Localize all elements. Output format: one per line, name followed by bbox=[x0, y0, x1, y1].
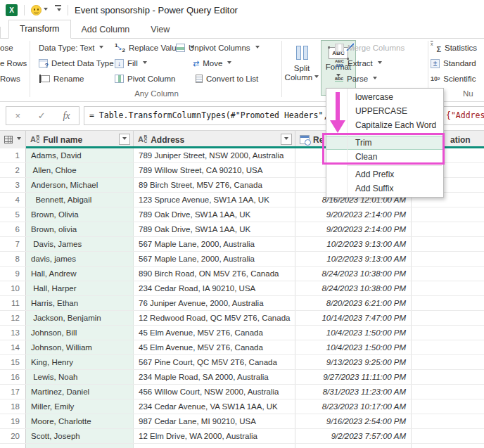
cell-registration-date[interactable]: 9/16/2023 2:54:00 PM bbox=[295, 414, 412, 428]
cell-address[interactable]: 789 Oak Drive, SW1A 1AA, UK bbox=[134, 207, 295, 222]
cell-full-name[interactable]: Martinez, Daniel bbox=[26, 385, 134, 399]
standard-button[interactable]: ± Standard bbox=[431, 58, 477, 69]
cell-full-name[interactable]: Harris, Ethan bbox=[26, 296, 134, 310]
tab-view[interactable]: View bbox=[140, 21, 180, 39]
row-number[interactable]: 7 bbox=[0, 237, 26, 251]
cell-address[interactable]: 789 Juniper Street, NSW 2000, Australia bbox=[134, 148, 295, 162]
cell-registration-date[interactable]: 9/2/2023 7:57:00 AM bbox=[295, 429, 412, 443]
menu-item-add-suffix[interactable]: Add Suffix bbox=[326, 181, 443, 196]
select-all-header[interactable] bbox=[0, 131, 26, 148]
feedback-smiley-button[interactable] bbox=[31, 5, 48, 15]
cell-extra[interactable] bbox=[412, 281, 484, 295]
data-type-button[interactable]: Data Type: Text bbox=[39, 42, 114, 53]
row-number[interactable]: 3 bbox=[0, 178, 26, 192]
cell-full-name[interactable]: Moore, Charlotte bbox=[26, 414, 134, 428]
cell-registration-date[interactable]: 10/14/2023 7:47:00 PM bbox=[295, 311, 412, 325]
cell-address[interactable]: 234 Cedar Road, IA 90210, USA bbox=[134, 281, 295, 295]
cell-extra[interactable] bbox=[412, 399, 484, 414]
cell-extra[interactable] bbox=[412, 237, 484, 251]
row-number[interactable] bbox=[0, 444, 26, 448]
cell-extra[interactable] bbox=[412, 222, 484, 236]
cell-registration-date[interactable]: 8/24/2023 10:38:00 PM bbox=[295, 281, 412, 295]
cell-address[interactable]: 789 Oak Drive, SW1A 1AA, UK bbox=[134, 222, 295, 236]
cell-full-name[interactable]: Johnson, William bbox=[26, 340, 134, 354]
row-number[interactable]: 20 bbox=[0, 429, 26, 443]
cell-address[interactable]: 45 Elm Avenue, M5V 2T6, Canada bbox=[134, 340, 295, 354]
cell-full-name[interactable]: Jackson, Benjamin bbox=[26, 311, 134, 325]
cell-full-name[interactable]: Adams, David bbox=[26, 148, 134, 162]
cell-extra[interactable] bbox=[412, 296, 484, 310]
detect-data-type-button[interactable]: ? Detect Data Type bbox=[39, 58, 114, 69]
merge-columns-button[interactable]: Merge Columns bbox=[335, 42, 405, 53]
cell-address[interactable]: 789 Willow Street, CA 90210, USA bbox=[134, 163, 295, 177]
cell-address[interactable]: 89 Birch Street, M5V 2T6, Canada bbox=[134, 178, 295, 192]
cell-extra[interactable] bbox=[412, 414, 484, 428]
cell-full-name[interactable]: Bennett, Abigail bbox=[26, 193, 134, 207]
reverse-rows-button-fragment[interactable]: e Rows bbox=[0, 58, 27, 69]
cell-registration-date[interactable] bbox=[295, 444, 412, 448]
cell-address[interactable] bbox=[134, 444, 295, 448]
cell-full-name[interactable]: Hall, Andrew bbox=[26, 267, 134, 281]
cell-full-name[interactable]: Brown, olivia bbox=[26, 222, 134, 236]
cell-full-name[interactable]: Davis, James bbox=[26, 237, 134, 251]
cell-extra[interactable] bbox=[412, 311, 484, 325]
row-number[interactable]: 9 bbox=[0, 267, 26, 281]
cell-address[interactable]: 567 Maple Lane, 2000, Australia bbox=[134, 252, 295, 266]
cell-address[interactable]: 234 Cedar Avenue, VA SW1A 1AA, UK bbox=[134, 399, 295, 414]
row-number[interactable]: 13 bbox=[0, 326, 26, 340]
row-number[interactable]: 10 bbox=[0, 281, 26, 295]
cell-registration-date[interactable]: 10/2/2023 9:13:00 AM bbox=[295, 237, 412, 251]
row-number[interactable]: 12 bbox=[0, 311, 26, 325]
cell-address[interactable]: 12 Redwood Road, QC M5V 2T6, Canada bbox=[134, 311, 295, 325]
row-number[interactable]: 1 bbox=[0, 148, 26, 162]
cell-extra[interactable] bbox=[412, 385, 484, 399]
cell-registration-date[interactable]: 8/24/2023 10:38:00 PM bbox=[295, 267, 412, 281]
excel-app-icon[interactable]: X bbox=[6, 4, 18, 16]
cell-extra[interactable] bbox=[412, 340, 484, 354]
cell-extra[interactable] bbox=[412, 252, 484, 266]
convert-to-list-button[interactable]: Convert to List bbox=[196, 73, 260, 84]
row-number[interactable]: 11 bbox=[0, 296, 26, 310]
cell-registration-date[interactable]: 9/20/2023 2:14:00 PM bbox=[295, 222, 412, 236]
cell-full-name[interactable]: Anderson, Michael bbox=[26, 178, 134, 192]
cell-extra[interactable] bbox=[412, 370, 484, 384]
cell-full-name[interactable]: davis, james bbox=[26, 252, 134, 266]
filter-button[interactable] bbox=[281, 134, 292, 145]
cell-registration-date[interactable]: 9/27/2023 11:11:00 PM bbox=[295, 370, 412, 384]
cell-full-name[interactable]: Miller, Emily bbox=[26, 399, 134, 414]
row-number[interactable]: 19 bbox=[0, 414, 26, 428]
tab-transform[interactable]: Transform bbox=[8, 20, 71, 39]
cell-registration-date[interactable]: 9/13/2023 9:25:00 PM bbox=[295, 355, 412, 369]
row-number[interactable]: 16 bbox=[0, 370, 26, 384]
cell-full-name[interactable]: Hall, Harper bbox=[26, 281, 134, 295]
cell-extra[interactable] bbox=[412, 326, 484, 340]
parse-button[interactable]: abc Parse bbox=[335, 73, 405, 84]
row-number[interactable]: 5 bbox=[0, 207, 26, 222]
row-number[interactable]: 17 bbox=[0, 385, 26, 399]
row-number[interactable]: 2 bbox=[0, 163, 26, 177]
cell-full-name[interactable]: Scott, Joseph bbox=[26, 429, 134, 443]
cell-extra[interactable] bbox=[412, 444, 484, 448]
row-number[interactable]: 8 bbox=[0, 252, 26, 266]
row-number[interactable]: 15 bbox=[0, 355, 26, 369]
row-number[interactable]: 6 bbox=[0, 222, 26, 236]
cell-extra[interactable] bbox=[412, 429, 484, 443]
menu-item-uppercase[interactable]: UPPERCASE bbox=[326, 104, 443, 118]
cell-registration-date[interactable]: 9/20/2023 2:14:00 PM bbox=[295, 207, 412, 222]
move-button[interactable]: ⇄ Move bbox=[193, 58, 260, 69]
cell-extra[interactable] bbox=[412, 207, 484, 222]
cell-extra[interactable] bbox=[412, 267, 484, 281]
cell-registration-date[interactable]: 10/2/2023 9:13:00 AM bbox=[295, 252, 412, 266]
cell-full-name[interactable]: Allen, Chloe bbox=[26, 163, 134, 177]
cell-address[interactable]: 890 Birch Road, ON M5V 2T6, Canada bbox=[134, 267, 295, 281]
cell-address[interactable]: 76 Juniper Avenue, 2000, Australia bbox=[134, 296, 295, 310]
cell-address[interactable]: 456 Willow Court, NSW 2000, Australia bbox=[134, 385, 295, 399]
cell-address[interactable]: 123 Spruce Avenue, SW1A 1AA, UK bbox=[134, 193, 295, 207]
cell-full-name[interactable]: Lewis, Noah bbox=[26, 370, 134, 384]
row-number[interactable]: 18 bbox=[0, 399, 26, 414]
extract-button[interactable]: ABC123 Extract bbox=[335, 58, 405, 69]
cell-address[interactable]: 987 Cedar Lane, MI 90210, USA bbox=[134, 414, 295, 428]
cell-registration-date[interactable]: 8/20/2023 6:21:00 PM bbox=[295, 296, 412, 310]
cell-registration-date[interactable]: 8/23/2023 10:17:00 AM bbox=[295, 399, 412, 414]
cell-registration-date[interactable]: 8/31/2023 11:23:00 AM bbox=[295, 385, 412, 399]
